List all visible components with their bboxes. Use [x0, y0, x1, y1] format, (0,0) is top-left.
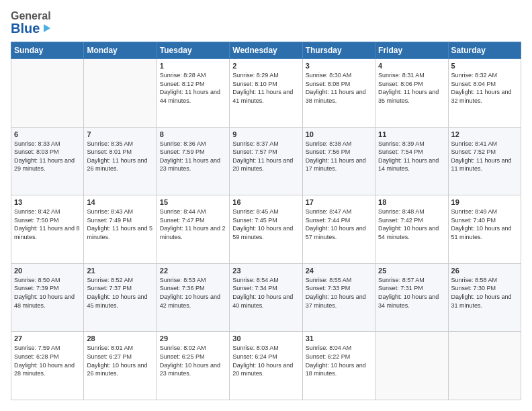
calendar-cell: 31Sunrise: 8:04 AM Sunset: 6:22 PM Dayli…: [302, 332, 375, 400]
page: General Blue SundayMondayTuesdayWednesda…: [0, 0, 532, 411]
calendar-cell: 14Sunrise: 8:43 AM Sunset: 7:49 PM Dayli…: [84, 195, 157, 264]
logo: General Blue: [11, 11, 52, 35]
day-number: 4: [378, 62, 445, 70]
day-number: 14: [87, 198, 153, 206]
cell-details: Sunrise: 8:29 AM Sunset: 8:10 PM Dayligh…: [232, 71, 299, 105]
day-number: 19: [451, 198, 518, 206]
cell-details: Sunrise: 8:38 AM Sunset: 7:56 PM Dayligh…: [306, 140, 372, 173]
cell-details: Sunrise: 8:50 AM Sunset: 7:39 PM Dayligh…: [14, 276, 81, 310]
calendar-cell: 9Sunrise: 8:37 AM Sunset: 7:57 PM Daylig…: [230, 127, 302, 195]
cell-details: Sunrise: 8:35 AM Sunset: 8:01 PM Dayligh…: [87, 140, 153, 173]
calendar-cell: 8Sunrise: 8:36 AM Sunset: 7:59 PM Daylig…: [157, 127, 229, 195]
calendar-cell: 23Sunrise: 8:54 AM Sunset: 7:34 PM Dayli…: [230, 263, 302, 332]
cell-details: Sunrise: 8:54 AM Sunset: 7:34 PM Dayligh…: [232, 276, 299, 310]
day-number: 11: [378, 130, 445, 138]
calendar-week-3: 13Sunrise: 8:42 AM Sunset: 7:50 PM Dayli…: [11, 195, 521, 264]
calendar-cell: 26Sunrise: 8:58 AM Sunset: 7:30 PM Dayli…: [448, 263, 521, 332]
day-number: 23: [232, 267, 299, 275]
calendar-cell: 16Sunrise: 8:45 AM Sunset: 7:45 PM Dayli…: [230, 195, 302, 264]
calendar-cell: 4Sunrise: 8:31 AM Sunset: 8:06 PM Daylig…: [375, 59, 448, 128]
calendar-cell: 5Sunrise: 8:32 AM Sunset: 8:04 PM Daylig…: [448, 59, 521, 128]
calendar-header-wednesday: Wednesday: [230, 42, 302, 59]
cell-details: Sunrise: 8:01 AM Sunset: 6:27 PM Dayligh…: [87, 344, 153, 377]
calendar-header-thursday: Thursday: [302, 42, 375, 59]
calendar-header-saturday: Saturday: [448, 42, 521, 59]
day-number: 5: [451, 62, 518, 70]
day-number: 3: [306, 62, 372, 70]
calendar-cell: 24Sunrise: 8:55 AM Sunset: 7:33 PM Dayli…: [302, 263, 375, 332]
calendar-header-monday: Monday: [84, 42, 157, 59]
day-number: 9: [232, 130, 299, 138]
day-number: 20: [14, 267, 81, 275]
cell-details: Sunrise: 8:58 AM Sunset: 7:30 PM Dayligh…: [451, 276, 518, 310]
day-number: 27: [14, 334, 81, 342]
cell-details: Sunrise: 8:48 AM Sunset: 7:42 PM Dayligh…: [378, 208, 445, 241]
calendar-cell: [11, 59, 84, 128]
day-number: 15: [160, 198, 226, 206]
cell-details: Sunrise: 8:52 AM Sunset: 7:37 PM Dayligh…: [87, 276, 153, 310]
day-number: 28: [87, 334, 153, 342]
header: General Blue: [11, 11, 521, 35]
calendar-cell: 13Sunrise: 8:42 AM Sunset: 7:50 PM Dayli…: [11, 195, 84, 264]
cell-details: Sunrise: 8:31 AM Sunset: 8:06 PM Dayligh…: [378, 71, 445, 105]
calendar-cell: 12Sunrise: 8:41 AM Sunset: 7:52 PM Dayli…: [448, 127, 521, 195]
calendar-cell: 28Sunrise: 8:01 AM Sunset: 6:27 PM Dayli…: [84, 332, 157, 400]
calendar-cell: 27Sunrise: 7:59 AM Sunset: 6:28 PM Dayli…: [11, 332, 84, 400]
cell-details: Sunrise: 8:55 AM Sunset: 7:33 PM Dayligh…: [306, 276, 372, 310]
calendar-cell: 17Sunrise: 8:47 AM Sunset: 7:44 PM Dayli…: [302, 195, 375, 264]
cell-details: Sunrise: 8:42 AM Sunset: 7:50 PM Dayligh…: [14, 208, 81, 241]
calendar-cell: 30Sunrise: 8:03 AM Sunset: 6:24 PM Dayli…: [230, 332, 302, 400]
day-number: 2: [232, 62, 299, 70]
cell-details: Sunrise: 8:57 AM Sunset: 7:31 PM Dayligh…: [378, 276, 445, 310]
calendar-cell: 1Sunrise: 8:28 AM Sunset: 8:12 PM Daylig…: [157, 59, 229, 128]
day-number: 30: [232, 334, 299, 342]
calendar-cell: 11Sunrise: 8:39 AM Sunset: 7:54 PM Dayli…: [375, 127, 448, 195]
calendar-week-2: 6Sunrise: 8:33 AM Sunset: 8:03 PM Daylig…: [11, 127, 521, 195]
calendar-week-1: 1Sunrise: 8:28 AM Sunset: 8:12 PM Daylig…: [11, 59, 521, 128]
calendar-cell: 25Sunrise: 8:57 AM Sunset: 7:31 PM Dayli…: [375, 263, 448, 332]
calendar-cell: 10Sunrise: 8:38 AM Sunset: 7:56 PM Dayli…: [302, 127, 375, 195]
calendar-cell: [448, 332, 521, 400]
cell-details: Sunrise: 8:37 AM Sunset: 7:57 PM Dayligh…: [232, 140, 299, 173]
day-number: 12: [451, 130, 518, 138]
calendar-cell: 3Sunrise: 8:30 AM Sunset: 8:08 PM Daylig…: [302, 59, 375, 128]
cell-details: Sunrise: 8:28 AM Sunset: 8:12 PM Dayligh…: [160, 71, 226, 105]
calendar-table: SundayMondayTuesdayWednesdayThursdayFrid…: [11, 42, 521, 400]
cell-details: Sunrise: 8:03 AM Sunset: 6:24 PM Dayligh…: [232, 344, 299, 377]
cell-details: Sunrise: 7:59 AM Sunset: 6:28 PM Dayligh…: [14, 344, 81, 377]
calendar-cell: 6Sunrise: 8:33 AM Sunset: 8:03 PM Daylig…: [11, 127, 84, 195]
svg-marker-0: [44, 24, 50, 32]
cell-details: Sunrise: 8:36 AM Sunset: 7:59 PM Dayligh…: [160, 140, 226, 173]
day-number: 7: [87, 130, 153, 138]
logo-icon: [41, 23, 52, 34]
calendar-header-sunday: Sunday: [11, 42, 84, 59]
cell-details: Sunrise: 8:30 AM Sunset: 8:08 PM Dayligh…: [306, 71, 372, 105]
cell-details: Sunrise: 8:02 AM Sunset: 6:25 PM Dayligh…: [160, 344, 226, 377]
cell-details: Sunrise: 8:47 AM Sunset: 7:44 PM Dayligh…: [306, 208, 372, 241]
calendar-cell: [84, 59, 157, 128]
cell-details: Sunrise: 8:04 AM Sunset: 6:22 PM Dayligh…: [306, 344, 372, 377]
cell-details: Sunrise: 8:41 AM Sunset: 7:52 PM Dayligh…: [451, 140, 518, 173]
calendar-header-friday: Friday: [375, 42, 448, 59]
calendar-cell: 22Sunrise: 8:53 AM Sunset: 7:36 PM Dayli…: [157, 263, 229, 332]
calendar-cell: 18Sunrise: 8:48 AM Sunset: 7:42 PM Dayli…: [375, 195, 448, 264]
day-number: 26: [451, 267, 518, 275]
day-number: 29: [160, 334, 226, 342]
calendar-cell: [375, 332, 448, 400]
logo-general-text: General: [11, 11, 52, 21]
day-number: 21: [87, 267, 153, 275]
day-number: 13: [14, 198, 81, 206]
calendar-cell: 7Sunrise: 8:35 AM Sunset: 8:01 PM Daylig…: [84, 127, 157, 195]
cell-details: Sunrise: 8:49 AM Sunset: 7:40 PM Dayligh…: [451, 208, 518, 241]
calendar-week-5: 27Sunrise: 7:59 AM Sunset: 6:28 PM Dayli…: [11, 332, 521, 400]
logo-blue-text: Blue: [11, 21, 40, 35]
calendar-cell: 20Sunrise: 8:50 AM Sunset: 7:39 PM Dayli…: [11, 263, 84, 332]
calendar-header-row: SundayMondayTuesdayWednesdayThursdayFrid…: [11, 42, 521, 59]
day-number: 22: [160, 267, 226, 275]
cell-details: Sunrise: 8:45 AM Sunset: 7:45 PM Dayligh…: [232, 208, 299, 241]
calendar-cell: 19Sunrise: 8:49 AM Sunset: 7:40 PM Dayli…: [448, 195, 521, 264]
calendar-week-4: 20Sunrise: 8:50 AM Sunset: 7:39 PM Dayli…: [11, 263, 521, 332]
cell-details: Sunrise: 8:39 AM Sunset: 7:54 PM Dayligh…: [378, 140, 445, 173]
day-number: 17: [306, 198, 372, 206]
cell-details: Sunrise: 8:32 AM Sunset: 8:04 PM Dayligh…: [451, 71, 518, 105]
